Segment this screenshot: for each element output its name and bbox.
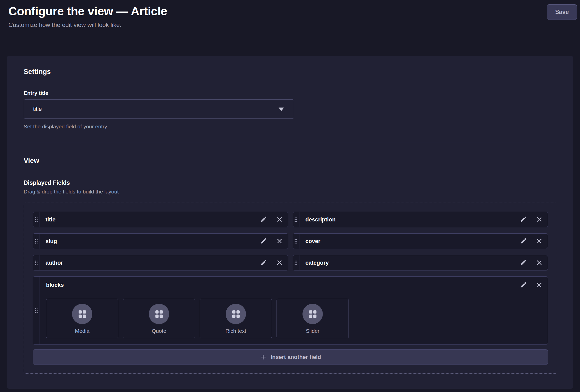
component-label: Slider <box>306 328 320 334</box>
remove-field-button[interactable] <box>276 238 283 245</box>
drag-handle[interactable] <box>293 212 299 227</box>
field-actions <box>520 238 548 245</box>
drag-handle-icon <box>294 217 298 222</box>
fields-grid: title description slug <box>33 212 548 270</box>
field-label: description <box>299 216 520 223</box>
pencil-icon <box>260 259 267 266</box>
drag-handle[interactable] <box>293 234 299 249</box>
field-actions <box>520 259 548 266</box>
view-heading: View <box>24 156 557 165</box>
field-actions <box>260 216 288 223</box>
drag-handle[interactable] <box>33 277 39 344</box>
field-label: title <box>39 216 260 223</box>
field-card-author: author <box>33 255 288 270</box>
edit-field-button[interactable] <box>520 238 527 245</box>
header-titles: Configure the view — Article Customize h… <box>8 4 167 29</box>
entry-title-label: Entry title <box>24 90 557 96</box>
field-card-title: title <box>33 212 288 227</box>
component-card-quote[interactable]: Quote <box>123 299 195 338</box>
remove-field-button[interactable] <box>536 282 543 289</box>
x-icon <box>536 238 543 245</box>
field-actions <box>260 259 288 266</box>
field-card-category: category <box>293 255 548 270</box>
four-squares-icon <box>78 310 87 319</box>
component-circle <box>302 304 323 324</box>
insert-another-field-label: Insert another field <box>271 354 321 360</box>
chevron-down-icon <box>279 108 284 111</box>
edit-field-button[interactable] <box>260 238 267 245</box>
edit-field-button[interactable] <box>520 216 527 223</box>
drag-handle-icon <box>35 239 38 244</box>
component-label: Media <box>75 328 89 334</box>
remove-field-button[interactable] <box>536 238 543 245</box>
entry-title-value: title <box>33 106 42 112</box>
field-card-blocks: blocks Media Quote <box>33 276 548 345</box>
field-actions <box>520 282 543 289</box>
component-card-rich-text[interactable]: Rich text <box>200 299 272 338</box>
pencil-icon <box>520 282 527 289</box>
field-label: category <box>299 260 520 266</box>
drag-handle[interactable] <box>293 255 299 270</box>
pencil-icon <box>260 238 267 245</box>
field-card-description: description <box>293 212 548 227</box>
field-label: author <box>39 260 260 266</box>
page-subtitle: Customize how the edit view will look li… <box>8 21 167 29</box>
four-squares-icon <box>308 310 317 319</box>
settings-heading: Settings <box>24 68 557 76</box>
save-button[interactable]: Save <box>547 4 577 20</box>
x-icon <box>536 216 543 223</box>
drag-handle[interactable] <box>33 255 39 270</box>
component-circle <box>226 304 246 324</box>
drag-handle-icon <box>294 260 298 265</box>
remove-field-button[interactable] <box>536 259 543 266</box>
component-label: Quote <box>152 328 166 334</box>
four-squares-icon <box>231 310 240 319</box>
component-circle <box>149 304 169 324</box>
entry-title-select[interactable]: title <box>24 99 294 119</box>
configuration-panel: Settings Entry title title Set the displ… <box>7 56 573 389</box>
edit-field-button[interactable] <box>260 216 267 223</box>
edit-field-button[interactable] <box>520 282 527 289</box>
fields-dropzone: title description slug <box>24 203 557 374</box>
field-label: slug <box>39 238 260 245</box>
field-label: cover <box>299 238 520 245</box>
displayed-fields-hint: Drag & drop the fields to build the layo… <box>24 188 557 195</box>
section-divider <box>24 143 557 143</box>
x-icon <box>276 238 283 245</box>
remove-field-button[interactable] <box>276 259 283 266</box>
edit-field-button[interactable] <box>520 259 527 266</box>
field-card-cover: cover <box>293 233 548 249</box>
insert-another-field-button[interactable]: Insert another field <box>33 349 548 365</box>
field-label: blocks <box>46 282 64 288</box>
component-label: Rich text <box>225 328 246 334</box>
edit-field-button[interactable] <box>260 259 267 266</box>
components-row: Media Quote Rich text Slider <box>46 299 543 338</box>
page-title: Configure the view — Article <box>8 4 167 19</box>
blocks-header: blocks <box>46 281 543 289</box>
displayed-fields-label: Displayed Fields <box>24 179 557 186</box>
x-icon <box>536 282 543 289</box>
entry-title-hint: Set the displayed field of your entry <box>24 123 557 130</box>
drag-handle[interactable] <box>33 234 39 249</box>
x-icon <box>276 259 283 266</box>
drag-handle[interactable] <box>33 212 39 227</box>
pencil-icon <box>520 238 527 245</box>
remove-field-button[interactable] <box>536 216 543 223</box>
component-card-slider[interactable]: Slider <box>277 299 349 338</box>
x-icon <box>536 259 543 266</box>
remove-field-button[interactable] <box>276 216 283 223</box>
drag-handle-icon <box>35 308 38 313</box>
component-circle <box>72 304 92 324</box>
pencil-icon <box>260 216 267 223</box>
field-actions <box>260 238 288 245</box>
pencil-icon <box>520 216 527 223</box>
drag-handle-icon <box>294 239 298 244</box>
four-squares-icon <box>155 310 164 319</box>
field-card-slug: slug <box>33 233 288 249</box>
drag-handle-icon <box>35 260 38 265</box>
plus-icon <box>260 354 267 360</box>
pencil-icon <box>520 259 527 266</box>
field-actions <box>520 216 548 223</box>
component-card-media[interactable]: Media <box>46 299 118 338</box>
blocks-content: blocks Media Quote <box>39 277 548 344</box>
